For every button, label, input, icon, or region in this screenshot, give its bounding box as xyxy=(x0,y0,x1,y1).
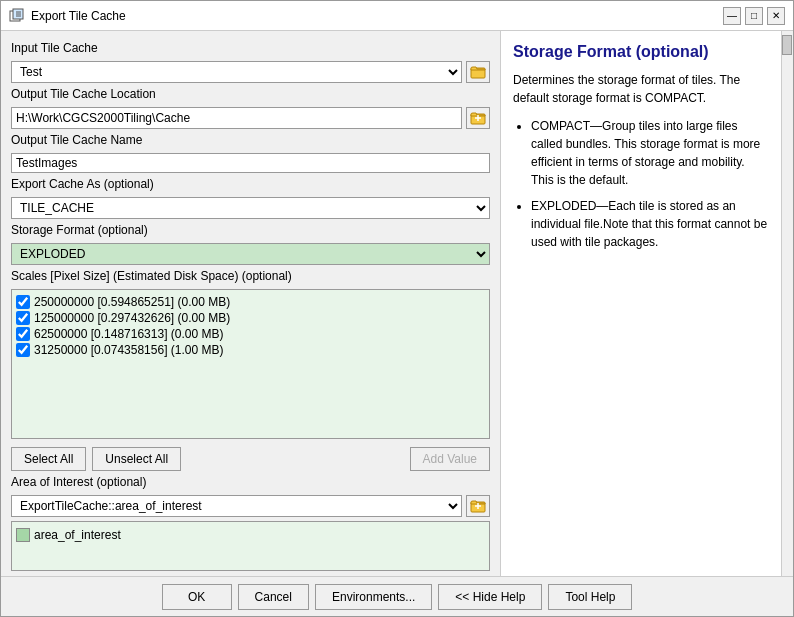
scale-checkbox-1[interactable] xyxy=(16,311,30,325)
aoi-item-0: area_of_interest xyxy=(16,526,485,544)
output-name-input[interactable] xyxy=(11,153,490,173)
input-tile-cache-label: Input Tile Cache xyxy=(11,41,490,55)
input-tile-cache-row: Test xyxy=(11,61,490,83)
scale-label-3: 31250000 [0.074358156] (1.00 MB) xyxy=(34,343,223,357)
export-tile-cache-window: Export Tile Cache — □ ✕ Input Tile Cache… xyxy=(0,0,794,617)
output-location-browse[interactable] xyxy=(466,107,490,129)
tool-help-button[interactable]: Tool Help xyxy=(548,584,632,610)
close-button[interactable]: ✕ xyxy=(767,7,785,25)
unselect-all-button[interactable]: Unselect All xyxy=(92,447,181,471)
help-desc: Determines the storage format of tiles. … xyxy=(513,71,769,107)
input-tile-cache-browse[interactable] xyxy=(466,61,490,83)
scale-checkbox-2[interactable] xyxy=(16,327,30,341)
input-tile-cache-select[interactable]: Test xyxy=(11,61,462,83)
export-cache-label: Export Cache As (optional) xyxy=(11,177,490,191)
help-bullets: COMPACT—Group tiles into large files cal… xyxy=(513,117,769,251)
scale-item-2: 62500000 [0.148716313] (0.00 MB) xyxy=(16,326,485,342)
aoi-select-row: ExportTileCache::area_of_interest xyxy=(11,495,490,517)
output-location-label: Output Tile Cache Location xyxy=(11,87,490,101)
help-bullet-0: COMPACT—Group tiles into large files cal… xyxy=(531,117,769,189)
minimize-button[interactable]: — xyxy=(723,7,741,25)
help-bullet-1: EXPLODED—Each tile is stored as an indiv… xyxy=(531,197,769,251)
export-cache-select[interactable]: TILE_CACHE xyxy=(11,197,490,219)
scale-item-1: 125000000 [0.297432626] (0.00 MB) xyxy=(16,310,485,326)
hide-help-button[interactable]: << Hide Help xyxy=(438,584,542,610)
right-scrollbar[interactable] xyxy=(781,31,793,576)
scales-label: Scales [Pixel Size] (Estimated Disk Spac… xyxy=(11,269,490,283)
output-name-label: Output Tile Cache Name xyxy=(11,133,490,147)
aoi-browse[interactable] xyxy=(466,495,490,517)
add-value-button[interactable]: Add Value xyxy=(410,447,491,471)
title-bar-left: Export Tile Cache xyxy=(9,8,126,24)
left-panel: Input Tile Cache Test Output Tile Cache … xyxy=(1,31,501,576)
right-panel: Storage Format (optional) Determines the… xyxy=(501,31,793,576)
environments-button[interactable]: Environments... xyxy=(315,584,432,610)
output-location-input[interactable] xyxy=(11,107,462,129)
storage-format-label: Storage Format (optional) xyxy=(11,223,490,237)
cancel-button[interactable]: Cancel xyxy=(238,584,309,610)
output-location-row xyxy=(11,107,490,129)
scale-checkbox-0[interactable] xyxy=(16,295,30,309)
folder-open-icon xyxy=(470,110,486,126)
title-bar: Export Tile Cache — □ ✕ xyxy=(1,1,793,31)
right-scrollbar-thumb[interactable] xyxy=(782,35,792,55)
scales-list: 250000000 [0.594865251] (0.00 MB) 125000… xyxy=(11,289,490,439)
aoi-label: Area of Interest (optional) xyxy=(11,475,490,489)
aoi-select[interactable]: ExportTileCache::area_of_interest xyxy=(11,495,462,517)
scale-label-2: 62500000 [0.148716313] (0.00 MB) xyxy=(34,327,223,341)
window-body: Input Tile Cache Test Output Tile Cache … xyxy=(1,31,793,576)
footer: OK Cancel Environments... << Hide Help T… xyxy=(1,576,793,616)
scale-label-1: 125000000 [0.297432626] (0.00 MB) xyxy=(34,311,230,325)
storage-format-select[interactable]: EXPLODED xyxy=(11,243,490,265)
folder-icon xyxy=(470,64,486,80)
select-all-button[interactable]: Select All xyxy=(11,447,86,471)
aoi-item-label-0: area_of_interest xyxy=(34,528,121,542)
folder-aoi-icon xyxy=(470,498,486,514)
window-controls: — □ ✕ xyxy=(723,7,785,25)
ok-button[interactable]: OK xyxy=(162,584,232,610)
maximize-button[interactable]: □ xyxy=(745,7,763,25)
window-title: Export Tile Cache xyxy=(31,9,126,23)
aoi-list: area_of_interest xyxy=(11,521,490,571)
scale-label-0: 250000000 [0.594865251] (0.00 MB) xyxy=(34,295,230,309)
help-title: Storage Format (optional) xyxy=(513,43,769,61)
scale-checkbox-3[interactable] xyxy=(16,343,30,357)
window-icon xyxy=(9,8,25,24)
aoi-color-box xyxy=(16,528,30,542)
scales-buttons-row: Select All Unselect All Add Value xyxy=(11,447,490,471)
scale-item-3: 31250000 [0.074358156] (1.00 MB) xyxy=(16,342,485,358)
scale-item-0: 250000000 [0.594865251] (0.00 MB) xyxy=(16,294,485,310)
